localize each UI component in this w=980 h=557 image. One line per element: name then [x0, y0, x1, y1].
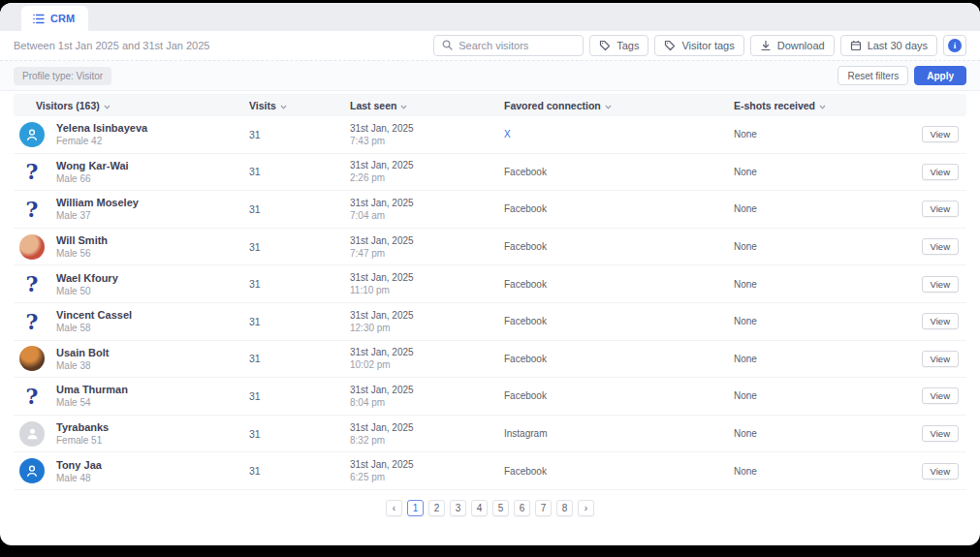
pagination-next-button[interactable]: › [578, 500, 594, 516]
pagination-page-button[interactable]: 5 [492, 500, 509, 516]
view-button[interactable]: View [922, 351, 959, 367]
visits-cell: 31 [249, 465, 350, 477]
pagination-page-button[interactable]: 3 [450, 500, 466, 516]
favored-connection-cell[interactable]: X [504, 129, 734, 139]
table-row: ?William MoseleyMale 373131st Jan, 20257… [14, 191, 966, 229]
pagination: ‹12345678› [0, 500, 980, 516]
last-seen-date: 31st Jan, 2025 [350, 160, 504, 170]
eshots-cell: None [734, 279, 908, 290]
chevron-down-icon [605, 100, 612, 111]
view-button[interactable]: View [922, 463, 959, 480]
visitor-tags-label: Visitor tags [681, 40, 734, 51]
visits-cell: 31 [249, 166, 350, 177]
pagination-page-button[interactable]: 6 [514, 500, 530, 516]
eshots-cell: None [734, 428, 908, 439]
reset-filters-button[interactable]: Reset filters [838, 66, 908, 85]
apply-button[interactable]: Apply [914, 66, 966, 85]
last-seen-date: 31st Jan, 2025 [350, 235, 504, 246]
table-row: Tony JaaMale 483131st Jan, 20256:25 pmFa… [14, 452, 966, 490]
visits-cell: 31 [249, 316, 350, 327]
view-button[interactable]: View [922, 387, 959, 404]
visitor-identity: TyrabanksFemale 51 [56, 421, 109, 446]
info-button[interactable]: i [943, 35, 966, 56]
pagination-page-button[interactable]: 4 [471, 500, 488, 516]
visitor-identity: Vincent CasselMale 58 [56, 309, 132, 333]
tab-crm[interactable]: CRM [21, 6, 88, 31]
visitor-name: Uma Thurman [56, 384, 128, 395]
visits-cell: 31 [249, 241, 350, 253]
actions-cell: View [908, 387, 966, 404]
visitor-meta: Male 56 [56, 248, 108, 259]
visitor-identity: Will SmithMale 56 [56, 234, 108, 259]
visits-cell: 31 [249, 129, 350, 140]
visitor-cell: ?Vincent CasselMale 58 [14, 309, 249, 334]
visits-cell: 31 [249, 390, 350, 402]
visitor-cell: ?William MoseleyMale 37 [14, 197, 249, 222]
last-seen-date: 31st Jan, 2025 [350, 310, 504, 321]
visitor-identity: Wong Kar-WaiMale 66 [56, 160, 129, 184]
last-seen-time: 7:43 pm [350, 136, 504, 146]
pagination-prev-button[interactable]: ‹ [386, 500, 402, 516]
column-header-eshots[interactable]: E-shots received [734, 100, 908, 111]
profile-type-filter-chip[interactable]: Profile type: Visitor [14, 67, 111, 85]
pagination-page-button[interactable]: 2 [428, 500, 445, 516]
visitor-cell: ?Wong Kar-WaiMale 66 [14, 159, 249, 184]
visitor-tags-button[interactable]: Visitor tags [654, 35, 743, 56]
last-seen-time: 8:04 pm [350, 397, 504, 408]
last-seen-time: 2:26 pm [350, 172, 504, 183]
calendar-icon [850, 40, 862, 51]
favored-connection-cell: Facebook [504, 390, 734, 401]
column-header-visits[interactable]: Visits [249, 100, 350, 111]
visitor-identity: Yelena IsinbayevaFemale 42 [56, 122, 147, 146]
column-header-visitors[interactable]: Visitors (163) [14, 100, 249, 111]
table-row: ?Uma ThurmanMale 543131st Jan, 20258:04 … [14, 378, 966, 416]
download-button[interactable]: Download [750, 35, 835, 56]
visitor-meta: Male 37 [56, 210, 139, 221]
column-header-favored-connection[interactable]: Favored connection [504, 100, 734, 111]
last-seen-date: 31st Jan, 2025 [350, 347, 504, 357]
favored-connection-cell: Facebook [504, 203, 734, 214]
table-row: Yelena IsinbayevaFemale 423131st Jan, 20… [14, 116, 966, 154]
last-seen-time: 7:04 am [350, 210, 504, 221]
person-avatar-icon [19, 458, 45, 483]
favored-connection-cell: Facebook [504, 241, 734, 252]
tab-crm-label: CRM [50, 13, 75, 24]
chevron-down-icon [280, 100, 287, 111]
visitor-name: Will Smith [56, 234, 108, 246]
view-button[interactable]: View [922, 238, 959, 255]
visitor-cell: Will SmithMale 56 [14, 234, 249, 260]
table-row: ?Vincent CasselMale 583131st Jan, 202512… [14, 303, 966, 341]
visits-cell: 31 [249, 203, 350, 215]
actions-cell: View [908, 313, 966, 329]
column-header-last-seen[interactable]: Last seen [350, 100, 504, 111]
date-range-picker-button[interactable]: Last 30 days [840, 35, 937, 56]
last-30-days-label: Last 30 days [868, 40, 928, 51]
view-button[interactable]: View [922, 313, 959, 329]
visitor-name: Wong Kar-Wai [56, 160, 129, 171]
actions-cell: View [908, 425, 966, 442]
eshots-cell: None [734, 466, 908, 477]
search-box[interactable] [433, 35, 584, 56]
view-button[interactable]: View [922, 425, 959, 442]
view-button[interactable]: View [922, 201, 959, 217]
download-label: Download [777, 40, 825, 51]
last-seen-time: 7:47 pm [350, 248, 504, 259]
search-input[interactable] [458, 40, 575, 51]
tags-button[interactable]: Tags [589, 35, 648, 56]
last-seen-date: 31st Jan, 2025 [350, 459, 504, 470]
pagination-page-button[interactable]: 1 [407, 500, 424, 516]
table-row: Will SmithMale 563131st Jan, 20257:47 pm… [14, 229, 966, 266]
view-button[interactable]: View [922, 126, 959, 142]
eshots-cell: None [734, 203, 908, 214]
pagination-page-button[interactable]: 8 [556, 500, 573, 516]
visitor-name: Vincent Cassel [56, 309, 132, 321]
person-avatar-icon [19, 122, 45, 147]
last-seen-time: 10:02 pm [350, 359, 504, 370]
view-button[interactable]: View [922, 164, 959, 180]
search-icon [442, 37, 453, 54]
eshots-cell: None [734, 316, 908, 326]
pagination-page-button[interactable]: 7 [535, 500, 552, 516]
eshots-cell: None [734, 390, 908, 401]
favored-connection-cell: Facebook [504, 466, 734, 477]
view-button[interactable]: View [922, 276, 959, 293]
